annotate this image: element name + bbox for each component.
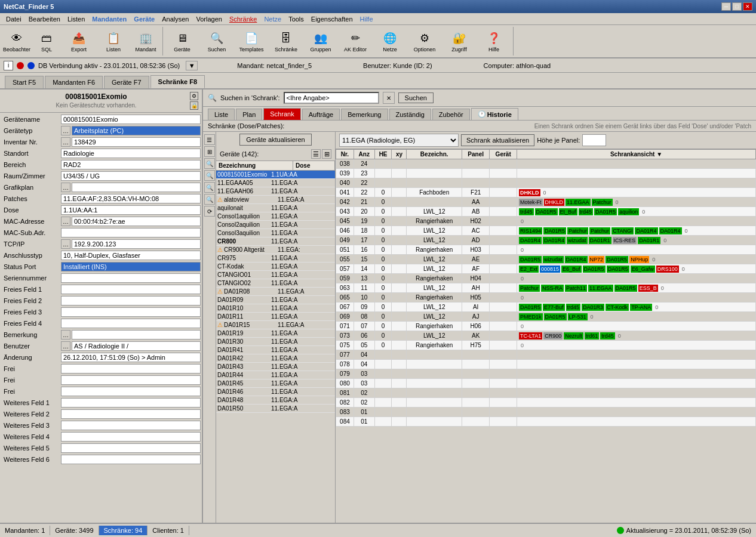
rack-device[interactable]: DA01R5 xyxy=(543,227,566,234)
search-clear-button[interactable]: ✕ xyxy=(383,92,395,104)
rack-device[interactable]: Patchur xyxy=(519,285,540,292)
sidebar-icon-5[interactable]: 🔍 xyxy=(204,182,215,193)
listen-button[interactable]: 📋 Listen xyxy=(97,27,130,55)
schraenke-button[interactable]: 🗄 Schränke xyxy=(269,27,303,55)
rack-device[interactable]: DA01R4 xyxy=(635,227,657,234)
zugriff-button[interactable]: 🔐 Zugriff xyxy=(442,27,476,55)
list-item[interactable]: DA01R1111.EGA:A xyxy=(216,313,335,321)
rack-device[interactable]: E2_Ext xyxy=(519,266,539,273)
list-item[interactable]: 11.EGAAA0511.EGA:A xyxy=(216,179,335,187)
sidebar-icon-3[interactable]: 🔍 xyxy=(204,158,215,169)
dropdown-arrow[interactable]: ▼ xyxy=(186,61,198,70)
rack-device[interactable]: DA01R4 xyxy=(659,227,682,234)
rack-device[interactable]: trd45 xyxy=(579,208,594,215)
rack-device[interactable]: DA01R5 xyxy=(535,208,558,215)
rack-device[interactable]: ICS-RES xyxy=(613,237,637,244)
list-item[interactable]: DA01R3011.EGA:A xyxy=(216,338,335,346)
maximize-button[interactable]: □ xyxy=(732,2,742,11)
tab-start[interactable]: Start F5 xyxy=(5,76,44,88)
rack-device[interactable]: DA01R3 xyxy=(582,304,604,311)
rack-device[interactable]: wizudat xyxy=(543,256,564,263)
rack-device[interactable]: DA01R1 xyxy=(638,237,660,244)
field-action-icon[interactable]: … xyxy=(61,137,70,147)
netze-button[interactable]: 🌐 Netze xyxy=(373,27,407,55)
rack-device[interactable]: E6_Gafw xyxy=(631,266,655,273)
suchen-button[interactable]: 🔍 Suchen xyxy=(200,27,233,55)
list-item[interactable]: Consol2aquilion11.EGA:A xyxy=(216,221,335,229)
rack-device[interactable]: Patch11 xyxy=(565,285,587,292)
field-action-icon[interactable]: … xyxy=(61,217,70,226)
sub-tab-plan[interactable]: Plan xyxy=(236,109,262,120)
rack-device[interactable]: 11.EGAA xyxy=(588,285,613,292)
list-item[interactable]: CTANGIO0211.EGA:A xyxy=(216,279,335,288)
sub-tab-zustaendig[interactable]: Zuständig xyxy=(389,109,431,120)
menu-analysen[interactable]: Analysen xyxy=(158,14,192,24)
sql-button[interactable]: 🗃 SQL xyxy=(32,27,61,55)
list-item[interactable]: DA01R4111.EGA:A xyxy=(216,346,335,354)
geraete-button[interactable]: 🖥 Geräte xyxy=(165,27,199,55)
rack-device[interactable]: DA01R5 xyxy=(607,266,629,273)
schrank-table-area[interactable]: Nr. Anz HE xy Bezeichn. Panel Gerät Schr… xyxy=(336,149,756,523)
rack-device[interactable]: trd45 xyxy=(566,304,581,311)
menu-schraenke[interactable]: Schränke xyxy=(226,14,260,24)
list-item[interactable]: 000815001Exomio1.1UA:AA xyxy=(216,171,335,179)
rack-device[interactable]: DA01R5 xyxy=(583,266,606,273)
field-action-icon[interactable]: … xyxy=(61,330,70,340)
list-view-icon[interactable]: ☰ xyxy=(311,149,321,159)
rack-device[interactable]: E6_Buf xyxy=(561,266,582,273)
rack-device[interactable]: trd45 xyxy=(600,332,615,340)
rack-device[interactable]: wizudat xyxy=(567,237,588,244)
rack-device[interactable]: DRS100 xyxy=(656,266,679,273)
rack-device[interactable]: DHKLD xyxy=(519,189,540,196)
rack-device[interactable]: DA01R4 xyxy=(543,237,566,244)
list-item[interactable]: 11.EGAAH0611.EGA:A xyxy=(216,187,335,196)
list-item[interactable]: Consol3aquilion11.EGA:A xyxy=(216,229,335,237)
list-item[interactable]: DA01R4411.EGA:A xyxy=(216,371,335,379)
close-button[interactable]: ✕ xyxy=(743,2,752,11)
rack-device[interactable]: CT-Kodk xyxy=(606,304,629,311)
field-action-icon[interactable]: … xyxy=(61,239,70,249)
rack-device[interactable]: Patchur xyxy=(589,227,610,234)
list-item[interactable]: CT-Kodak11.EGA:A xyxy=(216,263,335,271)
rack-device[interactable]: DA01R5 xyxy=(594,208,617,215)
rack-device[interactable]: 000815 xyxy=(540,266,560,273)
optionen-button[interactable]: ⚙ Optionen xyxy=(408,27,441,55)
rack-device[interactable]: DA01R5 xyxy=(614,285,637,292)
ak-editor-button[interactable]: ✏ AK Editor xyxy=(339,27,372,55)
rack-device[interactable]: DA01R5 xyxy=(519,256,542,263)
sidebar-icon-2[interactable]: ⊞ xyxy=(204,146,215,157)
rack-device[interactable]: trd61 xyxy=(585,332,600,340)
list-item[interactable]: DA01R5011.EGA:A xyxy=(216,405,335,413)
list-item[interactable]: DA01R4311.EGA:A xyxy=(216,363,335,371)
rack-device[interactable]: DA01R5 xyxy=(606,256,628,263)
rack-device[interactable]: DHKLD xyxy=(544,199,565,206)
rack-device[interactable]: Patchur xyxy=(592,199,613,206)
rack-device[interactable]: CR900 xyxy=(543,332,563,340)
sub-tab-liste[interactable]: Liste xyxy=(208,109,235,120)
list-item[interactable]: CR80011.EGA:A xyxy=(216,237,335,246)
sub-tab-bemerkung[interactable]: Bemerkung xyxy=(341,109,388,120)
rack-device[interactable]: TC-LTA1 xyxy=(519,332,542,340)
sidebar-icon-1[interactable]: ☰ xyxy=(204,134,215,145)
list-item[interactable]: DA01R4211.EGA:A xyxy=(216,354,335,363)
field-action-icon[interactable]: … xyxy=(61,341,70,351)
rack-device[interactable]: aquilion xyxy=(618,208,639,215)
rack-device[interactable]: DA01R4 xyxy=(565,256,588,263)
sidebar-icon-4[interactable]: 🔍 xyxy=(204,170,215,181)
menu-datei[interactable]: Datei xyxy=(2,14,25,24)
search-button[interactable]: Suchen xyxy=(398,92,434,103)
device-lock-icon[interactable]: 🔒 xyxy=(190,101,198,110)
list-item[interactable]: ⚠alatoview11.EGA:A xyxy=(216,196,335,204)
rack-device[interactable]: CTANGI xyxy=(611,227,634,234)
rack-device[interactable]: PMED1k xyxy=(519,313,543,320)
rack-device[interactable]: trd45 xyxy=(519,208,534,215)
schrank-aktualisieren-button[interactable]: Schrank aktualisieren xyxy=(461,134,534,146)
rack-device[interactable]: RIS1494 xyxy=(519,227,542,234)
list-item[interactable]: DA01R4511.EGA:A xyxy=(216,379,335,388)
field-action-icon[interactable]: … xyxy=(61,183,70,192)
sidebar-icon-7[interactable]: ⟳ xyxy=(204,206,215,217)
rack-device[interactable]: NSS-RA xyxy=(541,285,564,292)
rack-device[interactable]: Patchur xyxy=(567,227,588,234)
list-item[interactable]: DA01R1011.EGA:A xyxy=(216,304,335,313)
rack-device[interactable]: NP72 xyxy=(589,256,605,263)
